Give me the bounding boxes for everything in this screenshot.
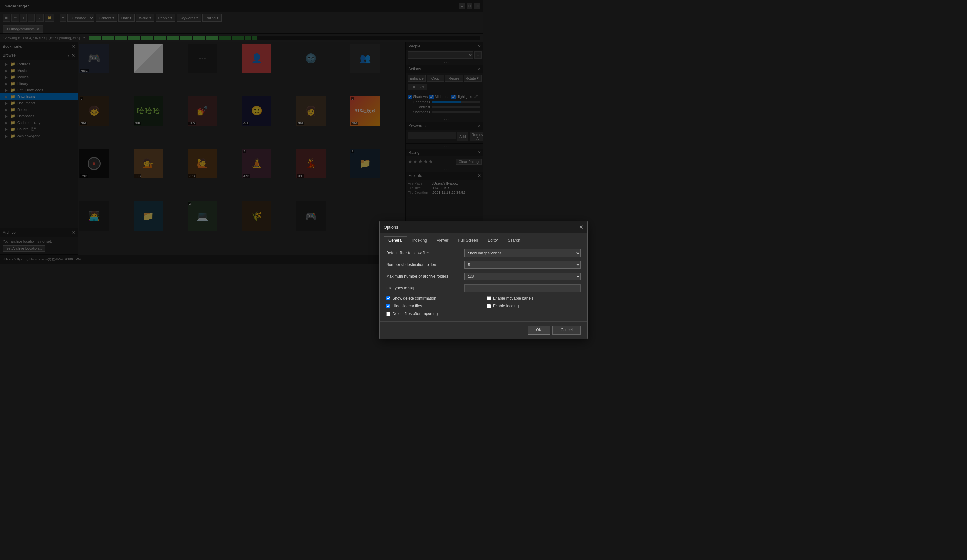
tab-fullscreen[interactable]: Full Screen — [454, 236, 483, 244]
options-modal: Options ✕ General Indexing Viewer Full S… — [380, 221, 484, 264]
modal-title: Options — [384, 225, 398, 230]
tab-viewer[interactable]: Viewer — [432, 236, 453, 244]
default-filter-row: Default filter to show files Show Images… — [386, 249, 484, 257]
tab-general[interactable]: General — [384, 236, 408, 244]
modal-overlay: Options ✕ General Indexing Viewer Full S… — [0, 0, 484, 264]
modal-title-bar: Options ✕ — [380, 221, 484, 233]
modal-tabs: General Indexing Viewer Full Screen Edit… — [380, 233, 484, 244]
default-filter-select[interactable]: Show Images/Videos — [464, 249, 484, 257]
dest-folders-row: Number of destination folders 5 — [386, 261, 484, 264]
tab-editor[interactable]: Editor — [483, 236, 484, 244]
dest-folders-select[interactable]: 5 — [464, 261, 484, 264]
tab-indexing[interactable]: Indexing — [408, 236, 432, 244]
modal-body: Default filter to show files Show Images… — [380, 244, 484, 264]
